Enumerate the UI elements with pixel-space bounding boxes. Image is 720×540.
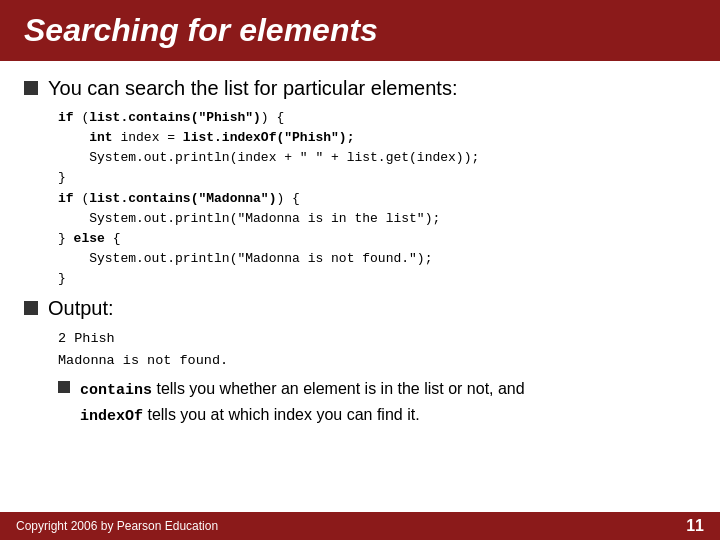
code-line-7: } else {: [58, 229, 696, 249]
output-line-1: 2 Phish: [58, 328, 696, 350]
code-line-4: }: [58, 168, 696, 188]
sub-bullet-item: contains tells you whether an element is…: [58, 377, 696, 428]
code-line-5: if (list.contains("Madonna")) {: [58, 189, 696, 209]
slide: Searching for elements You can search th…: [0, 0, 720, 540]
slide-title: Searching for elements: [24, 12, 696, 49]
slide-header: Searching for elements: [0, 0, 720, 61]
code-line-8: System.out.println("Madonna is not found…: [58, 249, 696, 269]
code-block: if (list.contains("Phish")) { int index …: [58, 108, 696, 289]
code-line-3: System.out.println(index + " " + list.ge…: [58, 148, 696, 168]
code-line-2: int index = list.indexOf("Phish");: [58, 128, 696, 148]
main-bullet-item: You can search the list for particular e…: [24, 77, 696, 100]
footer-page-number: 11: [686, 517, 704, 535]
footer-copyright: Copyright 2006 by Pearson Education: [16, 519, 218, 533]
sub-bullet-text2: tells you at which index you can find it…: [143, 406, 420, 423]
output-label: Output:: [48, 297, 114, 320]
sub-bullet-text: contains tells you whether an element is…: [80, 377, 525, 428]
output-line-2: Madonna is not found.: [58, 350, 696, 372]
bullet-icon: [24, 81, 38, 95]
indexof-code: indexOf: [80, 408, 143, 425]
main-bullet-text: You can search the list for particular e…: [48, 77, 457, 100]
contains-code: contains: [80, 382, 152, 399]
sub-bullet-icon: [58, 381, 70, 393]
code-line-6: System.out.println("Madonna is in the li…: [58, 209, 696, 229]
output-bullet-item: Output:: [24, 297, 696, 320]
output-bullet-icon: [24, 301, 38, 315]
code-line-1: if (list.contains("Phish")) {: [58, 108, 696, 128]
output-lines: 2 Phish Madonna is not found.: [58, 328, 696, 371]
slide-footer: Copyright 2006 by Pearson Education 11: [0, 512, 720, 540]
code-line-9: }: [58, 269, 696, 289]
sub-bullet-text1: tells you whether an element is in the l…: [152, 380, 525, 397]
slide-content: You can search the list for particular e…: [0, 61, 720, 444]
